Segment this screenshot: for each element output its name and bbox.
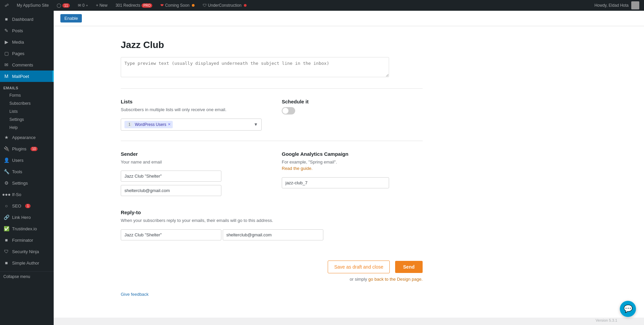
sidebar-item-dashboard[interactable]: ■ Dashboard xyxy=(0,13,54,25)
underconstruction-item[interactable]: 🛡 UnderConstruction xyxy=(201,0,249,11)
seo-icon: ○ xyxy=(3,203,9,209)
security-ninja-icon: 🛡 xyxy=(3,248,9,254)
tools-icon: 🔧 xyxy=(3,169,9,175)
enable-button[interactable]: Enable xyxy=(60,14,82,22)
security-ninja-label: Security Ninja xyxy=(12,249,39,254)
replyto-name-input[interactable] xyxy=(121,229,221,240)
comments-item[interactable]: ✉ 0 + xyxy=(76,0,90,11)
coming-soon-item[interactable]: ❤ Coming Soon xyxy=(158,0,197,11)
ifso-icon: ●●● xyxy=(3,191,9,197)
replyto-title: Reply-to xyxy=(121,210,423,215)
sidebar-item-plugins[interactable]: 🔌 Plugins 10 xyxy=(0,143,54,154)
replyto-desc: When your subscribers reply to your emai… xyxy=(121,217,423,224)
underconstruction-label: UnderConstruction xyxy=(208,3,241,8)
chat-button[interactable]: 💬 xyxy=(620,301,636,317)
sidebar-item-simple-author[interactable]: ■ Simple Author xyxy=(0,257,54,269)
comments-icon: ✉ xyxy=(3,62,9,68)
sidebar-item-seo[interactable]: ○ SEO 1 xyxy=(0,200,54,212)
updates-icon: ◯ xyxy=(57,3,61,8)
users-label: Users xyxy=(12,158,23,163)
ifso-label: If-So xyxy=(12,192,21,197)
plugins-icon: 🔌 xyxy=(3,146,9,152)
emails-section-label: Emails xyxy=(0,82,54,91)
redirects-item[interactable]: 301 Redirects PRO xyxy=(113,0,154,11)
updates-item[interactable]: ◯ 11 xyxy=(55,0,71,11)
lists-desc: Subscribers in multiple lists will only … xyxy=(121,106,262,113)
analytics-campaign-input[interactable] xyxy=(282,177,389,188)
settings2-icon: ⚙ xyxy=(3,180,9,186)
heart-icon: ❤ xyxy=(160,3,164,8)
site-name-item[interactable]: My AppSumo Site xyxy=(15,0,51,11)
sender-name-input[interactable] xyxy=(121,171,221,182)
sidebar-item-comments[interactable]: ✉ Comments xyxy=(0,59,54,71)
updates-badge: 11 xyxy=(62,3,69,8)
collapse-menu-button[interactable]: Collapse menu xyxy=(0,271,54,282)
media-icon: ▶ xyxy=(3,39,9,45)
design-page-link[interactable]: go back to the Design page. xyxy=(368,277,423,282)
redirects-badge: PRO xyxy=(142,3,152,8)
sidebar-item-ifso[interactable]: ●●● If-So xyxy=(0,189,54,200)
mailpoet-icon: M xyxy=(3,73,9,79)
list-count: 1 xyxy=(126,122,132,128)
main-content: Enable Jazz Club Lists Subscribers in mu… xyxy=(54,11,644,325)
list-name: WordPress Users xyxy=(135,122,166,127)
sidebar-item-appearance[interactable]: ★ Appearance xyxy=(0,132,54,143)
feedback-link[interactable]: Give feedback xyxy=(121,292,624,297)
coming-soon-dot xyxy=(192,4,195,7)
help-label: Help xyxy=(9,125,18,130)
sidebar-item-trustindex[interactable]: ✅ Trustindex.io xyxy=(0,223,54,234)
howdy-item[interactable]: Howdy, Eldad Hota xyxy=(592,1,641,9)
lists-section: Lists Subscribers in multiple lists will… xyxy=(121,99,262,131)
linkhero-icon: 🔗 xyxy=(3,214,9,220)
forms-label: Forms xyxy=(9,93,21,98)
sidebar-item-forms[interactable]: Forms xyxy=(0,91,54,99)
sidebar-item-linkhero[interactable]: 🔗 Link Hero xyxy=(0,212,54,223)
mailpoet-label: MailPoet xyxy=(12,74,29,79)
sidebar-item-users[interactable]: 👤 Users xyxy=(0,154,54,166)
sidebar-item-subscribers[interactable]: Subscribers xyxy=(0,99,54,107)
schedule-toggle[interactable] xyxy=(282,107,295,114)
sidebar-item-pages[interactable]: ▢ Pages xyxy=(0,48,54,59)
sidebar-item-media[interactable]: ▶ Media xyxy=(0,36,54,48)
pages-label: Pages xyxy=(12,51,24,56)
settings2-label: Settings xyxy=(12,181,28,186)
sidebar-item-lists[interactable]: Lists xyxy=(0,107,54,115)
sidebar-item-mailpoet[interactable]: M MailPoet xyxy=(0,71,54,82)
new-item[interactable]: + New xyxy=(94,0,109,11)
collapse-label: Collapse menu xyxy=(3,274,30,279)
new-label: + New xyxy=(96,3,107,8)
sidebar-item-help[interactable]: Help xyxy=(0,124,54,132)
trustindex-label: Trustindex.io xyxy=(12,226,37,231)
replyto-section: Reply-to When your subscribers reply to … xyxy=(121,210,423,244)
forminator-icon: ■ xyxy=(3,237,9,243)
analytics-guide-link[interactable]: Read the guide. xyxy=(282,166,313,171)
replyto-email-input[interactable] xyxy=(223,229,323,240)
dashboard-label: Dashboard xyxy=(12,17,34,22)
sidebar-item-settings[interactable]: Settings xyxy=(0,115,54,124)
divider-2 xyxy=(121,141,423,141)
sidebar-item-forminator[interactable]: ■ Forminator xyxy=(0,234,54,246)
or-text-area: or simply go back to the Design page. xyxy=(121,277,423,282)
underconstruction-dot xyxy=(244,4,247,7)
preview-text-input[interactable] xyxy=(121,57,389,77)
sender-email-input[interactable] xyxy=(121,185,221,196)
content-area: Jazz Club Lists Subscribers in multiple … xyxy=(54,26,644,318)
lists-dropdown[interactable]: 1 WordPress Users ✕ ▼ xyxy=(121,119,262,131)
trustindex-icon: ✅ xyxy=(3,226,9,232)
comments-label: Comments xyxy=(12,62,33,67)
send-button[interactable]: Send xyxy=(395,261,423,273)
simple-author-label: Simple Author xyxy=(12,261,39,266)
simple-author-icon: ■ xyxy=(3,260,9,266)
sidebar-item-security-ninja[interactable]: 🛡 Security Ninja xyxy=(0,246,54,257)
sidebar-item-tools[interactable]: 🔧 Tools xyxy=(0,166,54,177)
list-remove-icon[interactable]: ✕ xyxy=(168,122,171,127)
save-draft-button[interactable]: Save as draft and close xyxy=(328,261,389,273)
plugins-badge: 10 xyxy=(31,147,38,151)
wp-logo[interactable]: ☍ xyxy=(3,0,11,11)
sidebar-item-posts[interactable]: ✎ Posts xyxy=(0,25,54,36)
media-label: Media xyxy=(12,40,24,45)
dashboard-icon: ■ xyxy=(3,16,9,22)
sidebar-item-settings2[interactable]: ⚙ Settings xyxy=(0,177,54,189)
sender-title: Sender xyxy=(121,151,262,157)
posts-label: Posts xyxy=(12,28,23,33)
